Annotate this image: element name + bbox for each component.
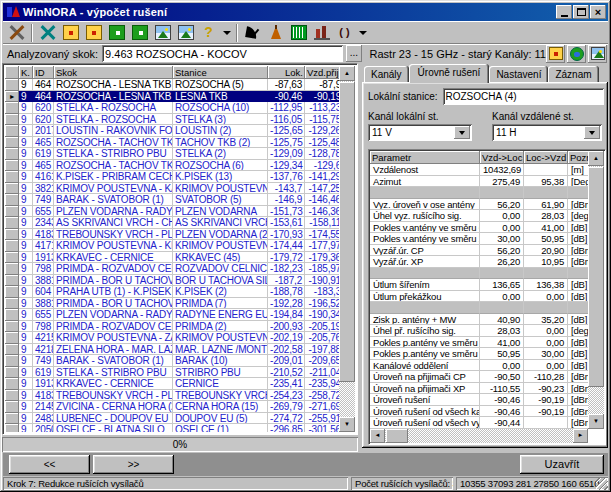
step-forward-button[interactable]: >> [93,455,174,474]
tab-kan-ly[interactable]: Kanály [364,66,409,82]
close-panel-button[interactable]: Uzavřít [520,455,604,474]
table-row[interactable]: 9619STELKA - STRIBRO PBUSTELKA (2)-129,0… [5,148,355,160]
scroll-up-icon[interactable]: ▲ [588,151,604,166]
satellite-button[interactable] [241,23,264,43]
table-row[interactable]: 93821KRIMOV POUSTEVNA - KADAN ZKRIMOV PO… [5,183,355,195]
parameter-row[interactable]: Azimut275,4995,38[Deg] [370,176,604,188]
chevron-down-icon[interactable] [454,126,470,139]
step-back-button[interactable]: << [9,455,90,474]
table-row[interactable]: 9465ROZSOCHA - TACHOV TKB (2)ROZSOCHA (6… [5,160,355,172]
brackets-button[interactable]: ( ) [333,23,356,43]
table-row[interactable]: 9655PLZEN VODARNA - RADYNE ENPLZEN VODAR… [5,206,355,218]
parameter-row[interactable]: Úroveň rušení-90,46-90,19[dBm] [370,394,604,406]
column-header-parametr[interactable]: Parametr [370,151,480,164]
parameter-row[interactable]: Útlum překážkou0,000,00[dB] [370,291,604,303]
parameter-row[interactable]: Útlum šířením136,65136,38[dB] [370,279,604,291]
toolbar-dropdown-2[interactable] [356,23,369,43]
column-header-skok[interactable]: Skok [54,66,173,79]
parameter-row[interactable]: Pokles v.antény ve směru X30,0050,95[dB] [370,233,604,245]
table-row[interactable]: 92017LOUSTIN - RAKOVNIK FOJTIKOVLOUSTIN … [5,125,355,137]
browse-button[interactable]: ... [346,45,361,62]
parameter-row[interactable]: Úroveň na přijimači XP-110,55-90,23[dBm] [370,383,604,395]
table-row[interactable]: 94183TREBOUNSKY VRCH - PLZEN VOPLZEN VOD… [5,229,355,241]
parameter-row[interactable]: Vzdálenost10432,69[m] [370,164,604,176]
table-row[interactable]: 91913KRKAVEC - CERNICEKRKAVEC (45)-179,7… [5,252,355,264]
parameter-row[interactable]: Úroveň na přijimači CP-90,50-110,28[dBm] [370,371,604,383]
maximize-button[interactable] [573,5,589,19]
column-header-stanice[interactable]: Stanice [173,66,268,79]
parameter-row[interactable]: Kanálové oddělení0,000,00[dB] [370,360,604,372]
resize-grip[interactable] [596,478,608,490]
table-row[interactable]: 9464ROZSOCHA - LESNA TKBROZSOCHA (5)-87,… [5,79,355,91]
scroll-down-icon[interactable]: ▼ [588,414,604,429]
help-button[interactable]: ? [197,23,220,43]
column-header-loc-vzd[interactable]: Loc->Vzd [524,151,568,164]
map-yellow-button-1[interactable] [59,23,82,43]
parameter-row[interactable]: Úhel vyz. rušícího sig.0,0028,03[deg] [370,210,604,222]
table-row[interactable]: 92050OSELCE - BLATNA SILOOSELCE (1)-296,… [5,424,355,432]
table-row[interactable]: 92483LUBENEC - DOUPOV EUDOUPOV EU (5)-27… [5,413,355,425]
parameter-row[interactable]: Pokles p.antény ve směru X50,9530,00[dB] [370,348,604,360]
column-header-vzdprij[interactable]: Vzd.přij. [305,66,343,79]
antenna-button[interactable] [264,23,287,43]
table-row[interactable]: 9604PRAHA UTB (1) - K.PISEK (1)K.PISEK (… [5,286,355,298]
tab-nastaven-[interactable]: Nastavení [489,66,548,82]
tab--rovn-ru-en-[interactable]: Úrovně rušení [409,64,490,83]
table-row[interactable]: 9749BARAK - SVATOBOR (1)BARAK (10)-209,0… [5,355,355,367]
channel-local-combobox[interactable]: 11 V [368,124,472,141]
x-tool-button[interactable] [36,23,59,43]
parameter-row[interactable]: Vyzář.úr. CP56,2020,90[dBm] [370,245,604,257]
map-green-button-2[interactable] [128,23,151,43]
analyzed-hop-input[interactable] [102,45,343,62]
table-row[interactable]: 9655PLZEN VODARNA - RADYNE ENRADYNE ENER… [5,309,355,321]
parameter-row[interactable]: Úroveň rušení od všech vys-90,44[dBm] [370,417,604,429]
table-row[interactable]: ►9464ROZSOCHA - LESNA TKBLESNA TKB-90,46… [5,91,355,103]
parameters-scroll-thumb[interactable] [588,167,604,387]
parameters-hscrollbar[interactable]: ◄ ► [370,429,588,443]
picture-button-2[interactable] [174,23,197,43]
table-row[interactable]: 93881PRIMDA - BOR U TACHOVA SILOPRIMDA (… [5,298,355,310]
globe-small-button[interactable] [567,45,586,63]
table-row[interactable]: 94183TREBOUNSKY VRCH - PLZEN VOTREBOUNSK… [5,390,355,402]
chevron-down-icon[interactable] [584,126,600,139]
toolbar-dropdown-1[interactable] [220,23,233,43]
close-button[interactable]: × [590,5,606,19]
picture-small-button[interactable] [588,45,607,63]
column-header-lok[interactable]: Lok. [268,66,305,79]
table-row[interactable]: 94161K.PISEK - PRIBRAM CECHOVSKAK.PISEK … [5,171,355,183]
column-header-id[interactable]: ID [33,66,54,79]
table-row[interactable]: 9798PRIMDA - ROZVADOV CELNICEROZVADOV CE… [5,263,355,275]
tools-button[interactable] [5,23,28,43]
local-station-field[interactable]: ROZSOCHA (4) [443,88,605,105]
parameter-row[interactable]: Pokles v.antény ve směru C0,0041,00[dB] [370,222,604,234]
column-header-vzd-loc[interactable]: Vzd->Loc [480,151,524,164]
map-yellow-button-2[interactable] [82,23,105,43]
parameter-row[interactable]: Pokles p.antény ve směru C41,000,00[dB] [370,337,604,349]
picture-button-1[interactable] [151,23,174,43]
tab-z-znam[interactable]: Záznam [548,66,598,82]
table-row[interactable]: 92145ZVICINA - CERNA HORA (2)CERNA HORA … [5,401,355,413]
table-row[interactable]: 94171KRIMOV POUSTEVNA - KLASTERKRIMOV PO… [5,240,355,252]
column-header-k[interactable]: K. [19,66,33,79]
table-row[interactable]: 9620STELKA - ROZSOCHASTELKA (3)-116,05-1… [5,114,355,126]
map-green-button-1[interactable] [105,23,128,43]
parameters-hscroll-thumb[interactable] [386,429,408,443]
parameter-row[interactable]: Úhel př. rušícího sig.28,030,00[deg] [370,325,604,337]
scroll-left-icon[interactable]: ◄ [370,429,385,443]
table-row[interactable]: 94218ZELENA HORA - MAR. LAZNE /MMAR. LAZ… [5,344,355,356]
parameter-row[interactable]: Úroveň rušení od všech kan-90,46-90,19[d… [370,406,604,418]
hop-table-scroll-thumb[interactable] [339,82,355,382]
hop-table-vscrollbar[interactable]: ▲ ▼ [339,66,355,432]
channels-button[interactable] [287,23,310,43]
parameter-row[interactable]: Vyz. úroveň v ose antény56,2061,90[dBm] [370,199,604,211]
parameters-vscrollbar[interactable]: ▲ ▼ [588,151,604,429]
table-row[interactable]: 91913KRKAVEC - CERNICECERNICE-235,41-235… [5,378,355,390]
scroll-up-icon[interactable]: ▲ [339,66,355,81]
table-row[interactable]: 9619STELKA - STRIBRO PBUSTRIBRO PBU-210,… [5,367,355,379]
scroll-down-icon[interactable]: ▼ [339,417,355,432]
table-row[interactable]: 9749BARAK - SVATOBOR (1)SVATOBOR (5)-146… [5,194,355,206]
table-row[interactable]: 9465ROZSOCHA - TACHOV TKB (2)TACHOV TKB … [5,137,355,149]
table-row[interactable]: 9620STELKA - ROZSOCHAROZSOCHA (10)-112,9… [5,102,355,114]
map-yellow-small-button[interactable] [546,45,565,63]
table-row[interactable]: 9798PRIMDA - ROZVADOV CELNICEPRIMDA (2)-… [5,321,355,333]
